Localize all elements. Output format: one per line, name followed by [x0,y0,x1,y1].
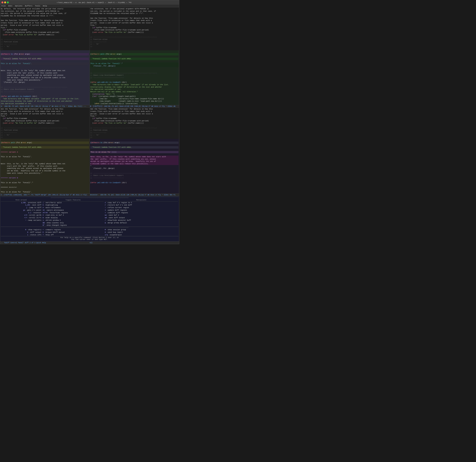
status-ancestor-text: Ancestor: -UUU:%%--F1 pel--base.el|d1 13… [89,194,178,196]
ediff-cmd-n[interactable]: n,SPC -next diff [1,204,41,206]
footer-line2: Put the cursor over it and type RET. [2,239,177,240]
status-c-text: C: [=diff(B) combined] -UUU:**--F1 *edif… [1,194,89,196]
close-button[interactable] [1,1,3,3]
pane-b-diff2[interactable]: (defmacro λc (fct &rest args) "Funcall l… [90,139,179,194]
menu-edit[interactable]: Edit [8,5,12,7]
ediff-manip-amp[interactable]: & -merge w/new default [105,222,178,224]
diff-region-2: (defmacro pelλ (fct &rest args) "Funcall… [0,139,179,194]
pane-b-top[interactable]: the extension, but if the optional argum… [90,7,179,50]
pane-a-bottom-content: See the function `file-name-extension' f… [1,108,89,138]
main-window: ~/test_emacs/d2 — e -nw pel--base.el • a… [0,0,179,244]
toggle-header: Toggle features [42,199,103,202]
pane-a-diff1-content: (defmacro λc (fct &rest args) "Funcall l… [1,51,89,105]
bottom-editor-panes: See the function `file-name-extension' f… [0,108,179,139]
pane-a-top[interactable]: By default, the returned value excludes … [0,7,90,50]
status-bar-ab: A: -UUU:%%--F1 pel--base.el|d2 13% (404,… [0,105,179,108]
ediff-control-panel: ========================================… [0,196,179,241]
status-bar-ca: C: [=diff(B) combined] -UUU:**--F1 *edif… [0,194,179,196]
ediff-manip-slash[interactable]: / -show/hide ancestor buff [105,219,178,222]
window-title: ~/test_emacs/d2 — e -nw pel--base.el • a… [10,1,178,3]
ediff-cmd-j[interactable]: j -jump to diff [1,206,41,209]
pane-b-diff1-content: (defmacro pelλ (fct &rest args) "Funcall… [90,51,178,105]
ediff-cmd-cl[interactable]: C-l -recenter [1,212,41,214]
ediff-cmd-tilde[interactable]: ~ -swap variants [1,219,41,222]
footer-line1: For help on a specific command: Click Bu… [2,237,177,239]
ediff-toggle-section: Toggle features | -vert/horiz split h -h… [42,199,104,227]
ediff-cmd-lr[interactable]: </> -scroll lt/rt [1,217,41,219]
maximize-button[interactable] [7,1,9,3]
ediff-toggle-s[interactable]: s -shrink window C [42,219,103,222]
ediff-manip-wx[interactable]: wx -save buf X [105,214,178,217]
menu-help[interactable]: Help [43,5,47,7]
diff-region-1: (defmacro λc (fct &rest args) "Funcall l… [0,50,179,105]
ediff-help-footer: For help on a specific command: Click Bu… [1,236,178,241]
ediff-move-section: Move around p,DEL -previous diff n,SPC -… [1,199,42,227]
pane-b-bottom-content: See the function `file-name-extension' f… [90,108,178,138]
ediff-manip-plus[interactable]: + -combine diff regions [105,212,178,214]
ediff-cmd-i[interactable]: i -status info [1,234,41,236]
ediff-cmd-zq[interactable]: z/q -suspend/quit [105,234,178,236]
pane-a-diff2[interactable]: (defmacro pelλ (fct &rest args) "Funcall… [0,139,90,194]
ediff-manip-wd[interactable]: wd -save diff output [105,217,178,219]
nil-status: nil [90,242,178,244]
ediff-misc-left: R -show registry D -diff output i -statu… [1,229,42,236]
ediff-manip-bang[interactable]: ! -refine current region [105,206,178,209]
ediff-manip-x[interactable]: x -copy buf X's region to C [105,202,178,204]
ediff-cmd-G[interactable]: G -send bug report [105,231,178,234]
minimize-button[interactable] [4,1,6,3]
move-header: Move around [1,199,41,202]
pane-a-bottom[interactable]: See the function `file-name-extension' f… [0,108,90,139]
ediff-toggle-m[interactable]: m -wide display [42,217,103,219]
ediff-manip-l[interactable]: l -update diff regions [105,209,178,212]
status-a-text: A: -UUU:%%--F1 pel--base.el|d2 13% (404,… [1,105,89,107]
ediff-cmd-E[interactable]: E -browse Ediff manual [42,231,103,234]
pane-b-diff1[interactable]: (defmacro pelλ (fct &rest args) "Funcall… [90,50,179,105]
menu-bar: File Edit Options Buffers Tools Help [0,5,179,7]
ediff-manipulate-section: Manipulate x -copy buf X's region to C r… [104,199,178,227]
pane-a-diff2-content: (defmacro pelλ (fct &rest args) "Funcall… [1,139,89,193]
pane-a-diff1[interactable]: (defmacro λc (fct &rest args) "Funcall l… [0,50,90,105]
ediff-cmd-quest[interactable]: ? -help off [42,234,103,236]
ediff-cmd-D[interactable]: D -diff output [1,231,41,234]
manipulate-header: Manipulate [105,199,178,202]
menu-tools[interactable]: Tools [35,5,40,7]
pane-b-diff2-content: (defmacro λc (fct &rest args) "Funcall l… [90,139,178,184]
ediff-manip-r[interactable]: r -restore buf C's old diff [105,204,178,206]
ediff-cmd-eq[interactable]: = -compare regions [42,229,103,231]
ediff-toggle-X[interactable]: X -read-only in buf X [42,214,103,217]
ediff-toggle-h[interactable]: h -highlighting [42,204,103,206]
ediff-cmd-M[interactable]: M -show session group [105,229,178,231]
bottom-status-bar: -- *Ediff Control Panel* diff 2 of 3 Qui… [0,241,179,244]
menu-buffers[interactable]: Buffers [25,5,32,7]
ediff-toggle-split[interactable]: | -vert/horiz split [42,202,103,204]
pane-b-bottom[interactable]: See the function `file-name-extension' f… [90,108,179,139]
ediff-toggle-$$[interactable]: $$ -show clashes only [42,222,103,224]
top-editor-panes: By default, the returned value excludes … [0,7,179,50]
status-b-text: B: [=diff(C)] -UUU:%%--F1 pel--base.el|d… [89,105,178,107]
menu-file[interactable]: File [1,5,6,7]
ediff-toggle-$star[interactable]: $* -skip changed regions [42,224,103,227]
ediff-cmd-vV[interactable]: v/V -scroll up/dn [1,214,41,217]
ediff-cmd-gx[interactable]: gx -goto X's point [1,209,41,212]
ediff-misc-mid: = -compare regions E -browse Ediff manua… [42,229,104,236]
title-bar: ~/test_emacs/d2 — e -nw pel--base.el • a… [0,0,179,5]
traffic-lights [1,1,9,3]
pane-a-top-content: By default, the returned value excludes … [1,8,89,50]
pane-b-top-content: the extension, but if the optional argum… [90,8,178,48]
ediff-cmd-R[interactable]: R -show registry [1,229,41,231]
ediff-toggle-hash[interactable]: # -auto-refinement [42,206,103,209]
ediff-misc-right: M -show session group G -send bug report… [104,229,178,236]
ediff-toggle-fh[interactable]: #f/#h -focus/hide regions [42,212,103,214]
ediff-panel-status: -- *Ediff Control Panel* diff 2 of 3 Qui… [1,242,90,244]
ediff-toggle-hashhash[interactable]: ## -ignore whitespace [42,209,103,212]
menu-options[interactable]: Options [15,5,22,7]
ediff-cmd-p[interactable]: p,DEL -previous diff [1,202,41,204]
